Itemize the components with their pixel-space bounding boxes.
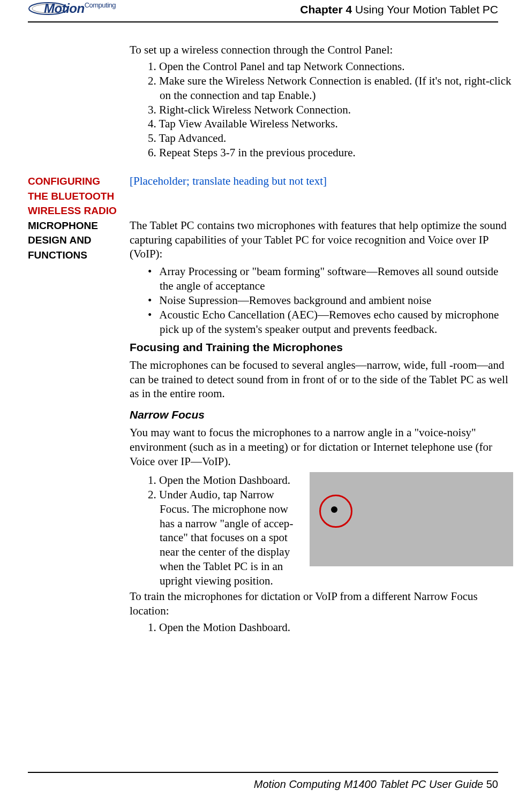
list-item: 3. Right-click Wireless Network Connecti…	[148, 103, 513, 117]
logo-text: MotionComputing	[44, 1, 116, 16]
numbered-list: 1. Open the Motion Dashboard.	[130, 620, 513, 635]
list-item: Noise Supression—Removes background and …	[148, 293, 513, 308]
section-heading-microphone: MICROPHONE DESIGN AND FUNCTIONS	[28, 218, 120, 649]
chapter-title: Using Your Motion Tablet PC	[352, 3, 498, 16]
list-item: 4. Tap View Available Wireless Networks.	[148, 117, 513, 131]
list-item: 1. Open the Motion Dashboard.	[148, 620, 513, 635]
focus-dot-icon	[331, 506, 337, 513]
body-text: To train the microphones for dictation o…	[130, 589, 513, 618]
subheading: Focusing and Training the Microphones	[130, 341, 513, 354]
list-item: 2. Under Audio, tap Narrow Focus. The mi…	[148, 488, 300, 588]
subheading: Narrow Focus	[130, 408, 513, 421]
list-item: Acoustic Echo Cancellation (AEC)—Removes…	[148, 308, 513, 337]
list-item: Array Processing or "beam forming" softw…	[148, 264, 513, 293]
list-item: 6. Repeat Steps 3-7 in the previous proc…	[148, 146, 513, 160]
bullet-list: Array Processing or "beam forming" softw…	[130, 264, 513, 336]
page-header: MotionComputing Chapter 4 Using Your Mot…	[28, 0, 498, 22]
list-item: 1. Open the Control Panel and tap Networ…	[148, 59, 513, 74]
list-item: 2. Make sure the Wireless Network Connec…	[148, 74, 513, 103]
page-number: 50	[486, 778, 498, 790]
chapter-heading: Chapter 4 Using Your Motion Tablet PC	[300, 3, 498, 16]
body-text: To set up a wireless connection through …	[130, 43, 513, 57]
brand-logo: MotionComputing	[28, 0, 135, 19]
list-item: 1. Open the Motion Dashboard.	[148, 473, 300, 488]
screenshot-placeholder	[310, 472, 513, 566]
list-item: 5. Tap Advanced.	[148, 131, 513, 146]
numbered-list: 1. Open the Motion Dashboard. 2. Under A…	[130, 473, 300, 588]
body-text: The microphones can be focused to severa…	[130, 358, 513, 401]
body-text: You may want to focus the microphones to…	[130, 426, 513, 469]
body-text: The Tablet PC contains two microphones w…	[130, 218, 513, 262]
chapter-number: Chapter 4	[300, 3, 352, 16]
placeholder-text: [Placeholder; translate heading but not …	[130, 174, 513, 188]
page-footer: Motion Computing M1400 Tablet PC User Gu…	[28, 772, 498, 791]
section-heading-bluetooth: CONFIGURING THE BLUETOOTH WIRELESS RADIO	[28, 174, 120, 218]
footer-text: Motion Computing M1400 Tablet PC User Gu…	[254, 778, 486, 790]
numbered-list: 1. Open the Control Panel and tap Networ…	[130, 59, 513, 160]
